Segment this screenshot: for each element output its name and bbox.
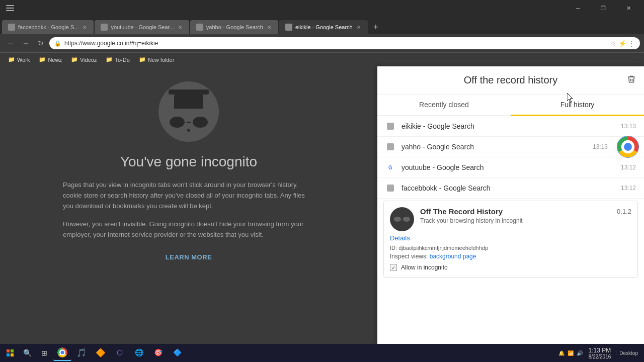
time-display: 1:13 PM [589, 347, 611, 354]
back-button[interactable]: ← [4, 37, 17, 50]
bookmark-videoz[interactable]: 📁 Videoz [67, 55, 101, 64]
history-item-yahho[interactable]: yahho - Google Search 13:13 [377, 137, 644, 157]
item-favicon [385, 142, 395, 152]
tab-youtuube[interactable]: youtuube - Google Sear... ✕ [95, 20, 189, 34]
task-view-button[interactable]: ⊞ [36, 345, 52, 361]
otr-tabs: Recently closed Full history [377, 95, 644, 116]
otr-delete-button[interactable] [627, 74, 636, 86]
tab-close-button[interactable]: ✕ [82, 24, 88, 31]
taskbar: 🔍 ⊞ 🎵 🔶 ⬡ 🌐 🎯 🔷 🔔 📶 🔊 [0, 344, 644, 362]
tab-faccebokk[interactable]: faccebbokk - Google S... ✕ [2, 20, 94, 34]
item-title: eikikie - Google Search [401, 122, 621, 130]
content-area: You've gone incognito Pages that you vie… [0, 66, 644, 344]
nav-bar: ← → ↻ 🔒 https://www.google.co.in/#q=eiki… [0, 34, 644, 52]
bookmark-work[interactable]: 📁 Work [4, 55, 34, 64]
menu-icon[interactable] [4, 3, 16, 13]
tab-title: faccebbokk - Google S... [18, 24, 78, 30]
ext-inspect-link[interactable]: background page [430, 253, 476, 260]
tab-close-button[interactable]: ✕ [266, 24, 272, 31]
otr-history-list: eikikie - Google Search 13:13 yahho - Go… [377, 116, 644, 344]
minimize-button[interactable]: ─ [567, 0, 590, 16]
tab-yahho[interactable]: yahho - Google Search ✕ [190, 20, 278, 34]
item-time: 13:12 [621, 185, 636, 192]
ext-allow-checkbox[interactable]: ✓ [390, 264, 397, 271]
bookmark-label: To-Do [115, 57, 129, 63]
taskbar-media[interactable]: 🎵 [72, 345, 91, 361]
ext-id: ID: djbaolpiihkcmmfjnjdmomeeheldhhdp [390, 245, 631, 251]
ext-details-link[interactable]: Details [390, 234, 631, 242]
history-item-youtuube[interactable]: G youtuube - Google Search 13:12 [377, 157, 644, 178]
network-icon[interactable]: 📶 [568, 350, 574, 356]
extensions-icon[interactable]: ⚡ [618, 40, 626, 47]
bookmark-todo[interactable]: 📁 To-Do [102, 55, 133, 64]
bookmark-newz[interactable]: 📁 Newz [35, 55, 66, 64]
reload-button[interactable]: ↻ [34, 37, 47, 50]
search-taskbar-button[interactable]: 🔍 [19, 345, 35, 361]
item-favicon: G [385, 162, 395, 172]
folder-icon: 📁 [39, 56, 46, 63]
show-desktop-button[interactable]: Desktop [616, 350, 638, 356]
item-title: youtuube - Google Search [401, 163, 621, 171]
window-controls: ─ ❐ ✕ [567, 0, 640, 16]
ext-header: Off The Record History 0.1.2 Track your … [390, 207, 631, 231]
tab-recently-closed[interactable]: Recently closed [377, 95, 511, 116]
address-bar-icons: ☆ ⚡ ⋮ [610, 40, 635, 47]
notification-icon[interactable]: 🔔 [558, 350, 565, 356]
learn-more-link[interactable]: LEARN MORE [166, 253, 212, 261]
taskbar-app2[interactable]: 🔷 [168, 345, 186, 361]
incognito-paragraph-1: Pages that you view in incognito tabs wo… [63, 180, 314, 211]
taskbar-app1[interactable]: 🎯 [149, 345, 167, 361]
tab-title: yahho - Google Search [206, 24, 263, 30]
tab-bar: faccebbokk - Google S... ✕ youtuube - Go… [0, 16, 644, 34]
history-item-eikikie[interactable]: eikikie - Google Search 13:13 [377, 116, 644, 137]
new-tab-button[interactable]: + [369, 20, 383, 34]
item-time: 13:13 [621, 123, 636, 130]
svg-rect-9 [7, 353, 10, 356]
svg-rect-10 [11, 353, 14, 356]
volume-icon[interactable]: 🔊 [577, 350, 583, 356]
taskbar-browser2[interactable]: 🌐 [130, 345, 148, 361]
ext-inspect: Inspect views: background page [390, 253, 631, 260]
tab-favicon [101, 24, 108, 31]
history-item-faccebbokk[interactable]: faccebbokk - Google Search 13:12 [377, 178, 644, 199]
otr-title: Off the record history [464, 74, 557, 86]
taskbar-clock[interactable]: 1:13 PM 8/22/2016 [589, 347, 611, 359]
ext-desc: Track your browsing history in incognit [420, 217, 523, 224]
tab-full-history[interactable]: Full history [511, 95, 644, 116]
bookmark-label: Newz [48, 57, 62, 63]
forward-button[interactable]: → [19, 37, 32, 50]
bookmark-new-folder[interactable]: 📁 New folder [135, 55, 179, 64]
tab-eikikie[interactable]: eikikie - Google Search ✕ [279, 20, 368, 34]
close-button[interactable]: ✕ [617, 0, 640, 16]
incognito-body: Pages that you view in incognito tabs wo… [53, 180, 325, 248]
address-bar[interactable]: 🔒 https://www.google.co.in/#q=eikikie ☆ … [49, 37, 640, 49]
taskbar-vlc[interactable]: 🔶 [92, 345, 110, 361]
date-display: 8/22/2016 [589, 354, 611, 359]
maximize-button[interactable]: ❐ [592, 0, 615, 16]
ext-id-value: djbaolpiihkcmmfjnjdmomeeheldhhdp [398, 245, 488, 251]
tab-close-button[interactable]: ✕ [356, 24, 362, 31]
taskbar-right: 🔔 📶 🔊 1:13 PM 8/22/2016 Desktop [558, 347, 642, 359]
bookmark-label: Videoz [80, 57, 97, 63]
taskbar-chrome[interactable] [53, 345, 71, 361]
svg-point-13 [60, 350, 64, 354]
taskbar-vs[interactable]: ⬡ [111, 345, 129, 361]
star-icon[interactable]: ☆ [610, 40, 616, 47]
bookmark-label: Work [17, 57, 30, 63]
incognito-title: You've gone incognito [120, 154, 257, 170]
item-favicon [385, 121, 395, 131]
item-title: faccebbokk - Google Search [401, 184, 621, 192]
bookmarks-bar: 📁 Work 📁 Newz 📁 Videoz 📁 To-Do 📁 New fol… [0, 52, 644, 66]
menu-icon[interactable]: ⋮ [628, 40, 635, 47]
incognito-paragraph-2: However, you aren't invisible. Going inc… [63, 219, 314, 240]
item-favicon [385, 183, 395, 193]
tab-close-button[interactable]: ✕ [177, 24, 183, 31]
ext-version: 0.1.2 [617, 208, 631, 215]
start-button[interactable] [2, 345, 18, 361]
chrome-logo [617, 136, 639, 158]
folder-icon: 📁 [71, 56, 78, 63]
tab-favicon [285, 24, 292, 31]
checkbox-check-icon: ✓ [391, 265, 395, 270]
otr-header: Off the record history [377, 66, 644, 95]
folder-icon: 📁 [8, 56, 15, 63]
